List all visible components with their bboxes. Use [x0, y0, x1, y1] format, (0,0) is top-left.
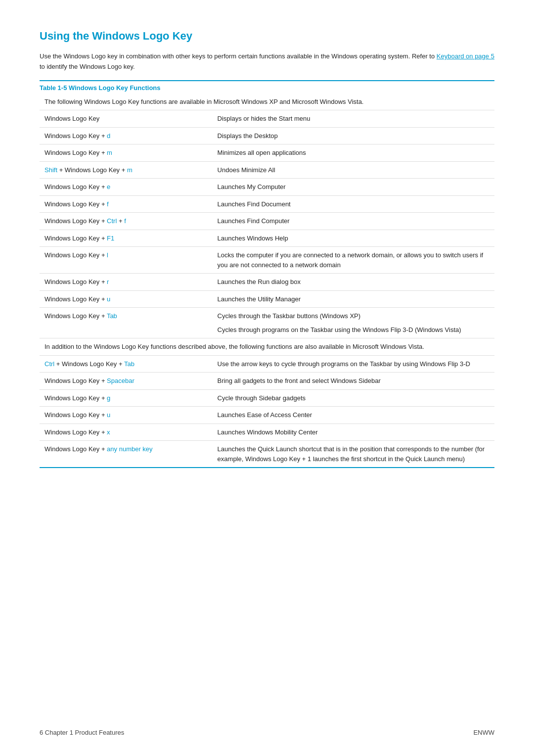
key-cell: Windows Logo Key + l [40, 247, 213, 274]
table-note-1: The following Windows Logo Key functions… [40, 94, 494, 110]
key-cell: Windows Logo Key + Spacebar [40, 373, 213, 390]
desc-cell: Launches Find Computer [213, 213, 494, 230]
key-cell: Windows Logo Key + r [40, 274, 213, 291]
desc-cell: Displays the Desktop [213, 127, 494, 144]
key-cell: Windows Logo Key + f [40, 195, 213, 213]
table-caption: Table 1-5 Windows Logo Key Functions [40, 80, 494, 92]
table-row: Windows Logo Key + f Launches Find Docum… [40, 195, 494, 213]
key-cell: Windows Logo Key + Tab [40, 308, 213, 338]
key-cell: Windows Logo Key [40, 110, 213, 128]
table-row: Ctrl + Windows Logo Key + Tab Use the ar… [40, 355, 494, 373]
table-row: Shift + Windows Logo Key + m Undoes Mini… [40, 161, 494, 179]
table-row: Windows Logo Key + u Launches Ease of Ac… [40, 407, 494, 424]
table-row: Windows Logo Key + Spacebar Bring all ga… [40, 373, 494, 390]
desc-cell: Launches Find Document [213, 195, 494, 213]
table-row: Windows Logo Key + r Launches the Run di… [40, 274, 494, 291]
key-cell: Windows Logo Key + F1 [40, 230, 213, 247]
key-cell: Windows Logo Key + g [40, 389, 213, 407]
key-cell: Shift + Windows Logo Key + m [40, 161, 213, 179]
table-note-2: In addition to the Windows Logo Key func… [40, 338, 494, 356]
desc-cell: Launches the Utility Manager [213, 290, 494, 308]
desc-cell: Launches the Run dialog box [213, 274, 494, 291]
key-cell: Windows Logo Key + u [40, 407, 213, 424]
key-cell: Ctrl + Windows Logo Key + Tab [40, 355, 213, 373]
table-row: Windows Logo Key + m Minimizes all open … [40, 144, 494, 162]
desc-cell: Displays or hides the Start menu [213, 110, 494, 128]
desc-cell: Launches the Quick Launch shortcut that … [213, 441, 494, 468]
table-note-row-1: The following Windows Logo Key functions… [40, 94, 494, 110]
intro-text-end: to identify the Windows Logo key. [40, 63, 135, 70]
desc-cell: Minimizes all open applications [213, 144, 494, 162]
table-row: Windows Logo Key + u Launches the Utilit… [40, 290, 494, 308]
intro-paragraph: Use the Windows Logo key in combination … [40, 51, 494, 72]
table-note-row-2: In addition to the Windows Logo Key func… [40, 338, 494, 356]
desc-cell: Cycles through the Taskbar buttons (Wind… [213, 308, 494, 338]
desc-cell: Use the arrow keys to cycle through prog… [213, 355, 494, 373]
key-cell: Windows Logo Key + x [40, 424, 213, 441]
desc-cell: Cycle through Sidebar gadgets [213, 389, 494, 407]
key-cell: Windows Logo Key + e [40, 179, 213, 196]
desc-cell: Launches My Computer [213, 179, 494, 196]
desc-cell: Launches Windows Mobility Center [213, 424, 494, 441]
intro-text-start: Use the Windows Logo key in combination … [40, 52, 435, 60]
desc-cell: Launches Ease of Access Center [213, 407, 494, 424]
key-cell: Windows Logo Key + d [40, 127, 213, 144]
table-row: Windows Logo Key + d Displays the Deskto… [40, 127, 494, 144]
table-row: Windows Logo Key + g Cycle through Sideb… [40, 389, 494, 407]
footer: 6 Chapter 1 Product Features ENWW [40, 729, 494, 736]
desc-cell: Undoes Minimize All [213, 161, 494, 179]
desc-cell: Bring all gadgets to the front and selec… [213, 373, 494, 390]
table-row: Windows Logo Key + Ctrl + f Launches Fin… [40, 213, 494, 230]
windows-logo-key-table: The following Windows Logo Key functions… [40, 94, 494, 469]
footer-right: ENWW [473, 729, 494, 736]
key-cell: Windows Logo Key + Ctrl + f [40, 213, 213, 230]
key-cell: Windows Logo Key + u [40, 290, 213, 308]
keyboard-link[interactable]: Keyboard on page 5 [437, 52, 494, 60]
footer-left: 6 Chapter 1 Product Features [40, 729, 124, 736]
table-row: Windows Logo Key + any number key Launch… [40, 441, 494, 468]
table-row: Windows Logo Key + F1 Launches Windows H… [40, 230, 494, 247]
table-row: Windows Logo Key Displays or hides the S… [40, 110, 494, 128]
table-row: Windows Logo Key + x Launches Windows Mo… [40, 424, 494, 441]
desc-cell: Launches Windows Help [213, 230, 494, 247]
table-row: Windows Logo Key + Tab Cycles through th… [40, 308, 494, 338]
key-cell: Windows Logo Key + any number key [40, 441, 213, 468]
table-row: Windows Logo Key + e Launches My Compute… [40, 179, 494, 196]
page-title: Using the Windows Logo Key [40, 30, 494, 43]
table-row: Windows Logo Key + l Locks the computer … [40, 247, 494, 274]
desc-cell: Locks the computer if you are connected … [213, 247, 494, 274]
key-cell: Windows Logo Key + m [40, 144, 213, 162]
